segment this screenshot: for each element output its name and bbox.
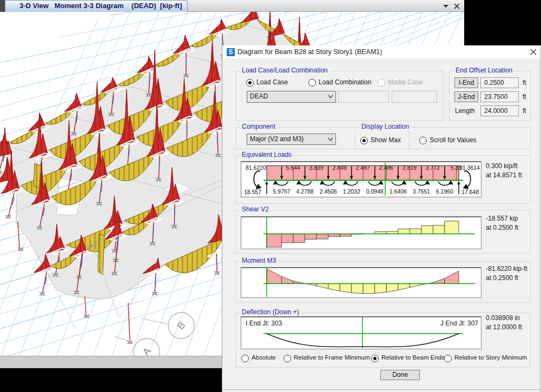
svg-text:2.819: 2.819 xyxy=(403,164,417,171)
svg-text:5.544: 5.544 xyxy=(286,164,300,171)
svg-text:5.9757: 5.9757 xyxy=(273,188,291,195)
svg-text:3.7551: 3.7551 xyxy=(413,188,430,195)
svg-text:17.648: 17.648 xyxy=(461,189,479,195)
svg-text:0.0948: 0.0948 xyxy=(366,188,384,195)
svg-text:3.839: 3.839 xyxy=(309,164,323,171)
svg-text:2.4506: 2.4506 xyxy=(320,188,337,195)
svg-text:18.557: 18.557 xyxy=(244,189,261,195)
svg-text:6.1960: 6.1960 xyxy=(436,188,453,195)
svg-text:4.2788: 4.2788 xyxy=(296,188,314,195)
svg-text:2.497: 2.497 xyxy=(356,164,370,171)
svg-text:1.2032: 1.2032 xyxy=(343,188,360,195)
svg-text:5.33: 5.33 xyxy=(451,164,462,171)
svg-text:81.6220: 81.6220 xyxy=(246,164,266,171)
svg-text:91.3614: 91.3614 xyxy=(459,164,480,171)
svg-text:1.6406: 1.6406 xyxy=(390,188,407,195)
svg-text:2.849: 2.849 xyxy=(333,164,347,171)
svg-text:3.772: 3.772 xyxy=(426,164,440,171)
svg-text:2.496: 2.496 xyxy=(379,164,393,171)
